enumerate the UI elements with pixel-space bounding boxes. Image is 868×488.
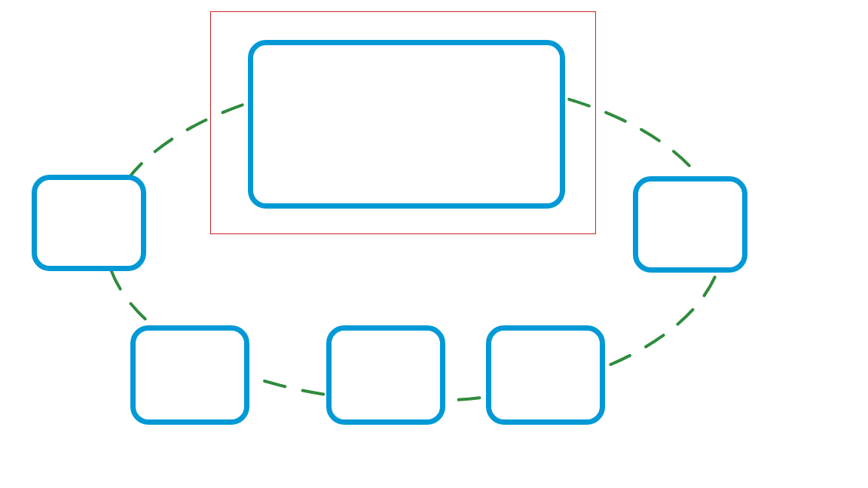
blue-box-bottom-right <box>486 325 605 425</box>
blue-box-left <box>32 175 146 271</box>
blue-box-center-large <box>248 40 565 209</box>
diagram-canvas <box>0 0 868 488</box>
blue-box-right <box>633 176 747 273</box>
blue-box-bottom-mid <box>326 325 445 425</box>
blue-box-bottom-left <box>130 325 249 425</box>
